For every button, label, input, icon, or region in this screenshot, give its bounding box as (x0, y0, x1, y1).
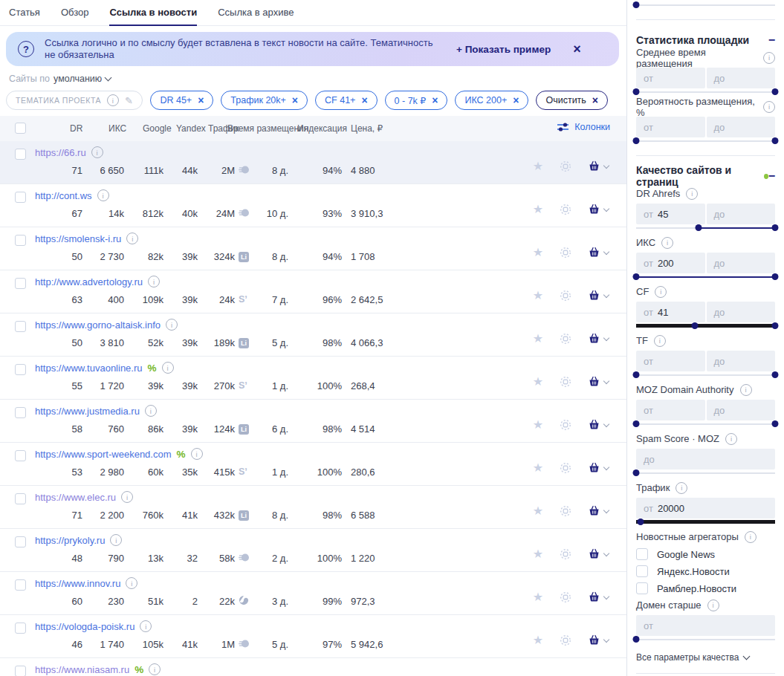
info-icon[interactable] (763, 101, 775, 113)
range-slider[interactable] (636, 519, 775, 526)
edit-icon[interactable] (125, 95, 133, 106)
info-icon[interactable] (191, 448, 203, 460)
column-header-google[interactable]: Google (143, 123, 172, 134)
auto-settings-icon[interactable] (560, 247, 571, 259)
info-icon[interactable] (725, 433, 737, 445)
slider-track[interactable] (636, 423, 775, 425)
slider-handle[interactable] (633, 1, 640, 8)
info-icon[interactable] (145, 405, 157, 417)
range-input-до[interactable]: до (707, 351, 776, 371)
range-input-до[interactable]: до (707, 302, 776, 322)
info-icon[interactable] (126, 233, 138, 244)
row-checkbox[interactable] (15, 407, 26, 418)
slider-handle[interactable] (772, 137, 779, 144)
tab-Обзор[interactable]: Обзор (61, 7, 89, 25)
info-icon[interactable] (740, 384, 752, 396)
slider-handle[interactable] (772, 224, 779, 231)
range-input-до[interactable]: до (707, 253, 776, 273)
range-input-до[interactable]: до (707, 204, 776, 224)
range-input-от[interactable]: от45 (636, 204, 705, 224)
range-slider[interactable] (636, 322, 775, 330)
slider-track[interactable] (636, 639, 775, 640)
row-checkbox[interactable] (15, 450, 26, 461)
project-topic-chip[interactable]: ТЕМАТИКА ПРОЕКТА (6, 91, 143, 110)
auto-settings-icon[interactable] (560, 591, 571, 603)
info-icon[interactable] (676, 482, 687, 494)
range-input-от[interactable]: от41 (636, 302, 705, 322)
auto-settings-icon[interactable] (560, 419, 571, 431)
slider-handle[interactable] (691, 322, 698, 329)
info-icon[interactable] (97, 189, 109, 201)
favorite-star-icon[interactable] (533, 417, 543, 432)
basket-icon[interactable] (588, 591, 600, 603)
site-url-link[interactable]: https://prykoly.ru (35, 535, 105, 546)
column-header-dr[interactable]: DR (70, 123, 82, 134)
basket-icon[interactable] (588, 418, 600, 431)
range-input-до[interactable]: до (707, 68, 776, 88)
row-checkbox[interactable] (15, 278, 26, 289)
filter-chip[interactable]: DR 45+ (150, 91, 213, 110)
range-input-от[interactable]: от (636, 68, 705, 88)
collapse-icon[interactable]: − (768, 35, 775, 45)
site-url-link[interactable]: https://www.sport-weekend.com (35, 449, 172, 460)
row-checkbox[interactable] (15, 666, 26, 676)
site-url-link[interactable]: http://www.advertology.ru (35, 276, 143, 287)
row-checkbox[interactable] (15, 321, 26, 332)
tab-Ссылка в архиве[interactable]: Ссылка в архиве (218, 7, 294, 25)
auto-settings-icon[interactable] (560, 376, 571, 388)
range-input-от[interactable]: от (636, 400, 705, 420)
site-url-link[interactable]: https://smolensk-i.ru (35, 233, 121, 244)
select-all-checkbox[interactable] (15, 123, 26, 134)
favorite-star-icon[interactable] (533, 331, 543, 345)
info-icon[interactable] (110, 534, 122, 546)
clear-filters-chip[interactable]: Очистить (536, 91, 608, 110)
slider-handle[interactable] (633, 137, 640, 144)
slider-track[interactable] (636, 472, 775, 474)
filter-chip[interactable]: ИКС 200+ (455, 91, 528, 110)
basket-icon[interactable] (588, 332, 600, 345)
slider-handle[interactable] (633, 469, 640, 476)
tab-Статья[interactable]: Статья (9, 7, 40, 25)
chevron-down-icon[interactable] (603, 420, 609, 426)
basket-icon[interactable] (588, 461, 600, 474)
info-icon[interactable] (166, 319, 178, 331)
slider-track[interactable] (636, 91, 775, 93)
auto-settings-icon[interactable] (560, 505, 571, 517)
row-checkbox[interactable] (15, 149, 26, 160)
auto-settings-icon[interactable] (560, 333, 571, 345)
favorite-star-icon[interactable] (533, 374, 543, 389)
row-checkbox[interactable] (15, 192, 26, 203)
site-url-link[interactable]: https://66.ru (35, 147, 86, 158)
auto-settings-icon[interactable] (560, 462, 571, 474)
auto-settings-icon[interactable] (560, 634, 571, 646)
range-input-до[interactable]: до (636, 449, 775, 469)
slider-handle[interactable] (633, 420, 640, 427)
close-icon[interactable] (513, 94, 519, 106)
favorite-star-icon[interactable] (533, 159, 543, 173)
slider-handle[interactable] (696, 224, 702, 231)
column-header-iks[interactable]: ИКС (108, 123, 126, 134)
auto-settings-icon[interactable] (560, 290, 571, 302)
range-slider[interactable] (636, 224, 775, 232)
slider-track[interactable] (636, 520, 775, 524)
range-slider[interactable] (636, 469, 775, 477)
favorite-star-icon[interactable] (533, 461, 543, 475)
columns-button[interactable]: Колонки (557, 122, 610, 132)
range-slider[interactable] (636, 137, 775, 145)
auto-settings-icon[interactable] (560, 204, 571, 215)
range-input-до[interactable]: до (707, 117, 776, 137)
chevron-down-icon[interactable] (603, 464, 609, 469)
range-slider[interactable] (636, 420, 775, 428)
slider-handle[interactable] (772, 273, 779, 280)
info-icon[interactable] (140, 620, 152, 632)
slider-track[interactable] (636, 140, 775, 142)
slider-handle[interactable] (772, 322, 779, 329)
info-icon[interactable] (121, 491, 133, 503)
basket-icon[interactable] (588, 203, 600, 215)
info-icon[interactable] (686, 188, 698, 200)
basket-icon[interactable] (588, 504, 600, 517)
slider-handle[interactable] (772, 371, 779, 378)
auto-settings-icon[interactable] (560, 548, 571, 560)
range-slider[interactable] (636, 1, 775, 9)
range-input-от[interactable]: от20000 (636, 498, 775, 519)
